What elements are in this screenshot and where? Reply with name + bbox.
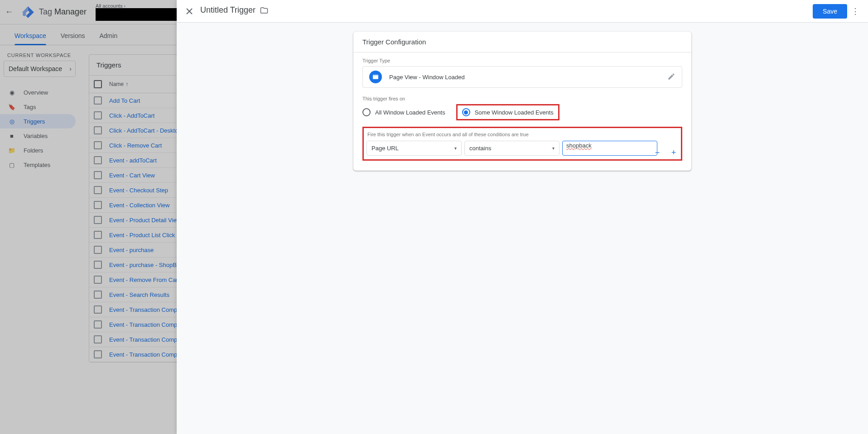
trigger-type-selector[interactable]: Page View - Window Loaded — [362, 66, 682, 88]
trigger-editor-panel: Untitled Trigger Save ⋮ Trigger Configur… — [177, 0, 868, 434]
more-menu-button[interactable]: ⋮ — [847, 3, 863, 19]
radio-all-events[interactable]: All Window Loaded Events — [362, 108, 445, 116]
radio-icon — [362, 108, 371, 116]
dropdown-icon: ▾ — [454, 146, 457, 151]
operator-dropdown[interactable]: contains▾ — [464, 141, 559, 156]
highlight-some-events: Some Window Loaded Events — [456, 104, 559, 120]
drawer-header: Untitled Trigger Save ⋮ — [177, 0, 868, 23]
card-title: Trigger Configuration — [353, 32, 691, 52]
fires-on-label: This trigger fires on — [362, 96, 682, 101]
value-input[interactable]: shopback — [562, 141, 657, 156]
conditions-label: Fire this trigger when an Event occurs a… — [367, 132, 678, 137]
window-loaded-icon — [369, 71, 382, 83]
folder-icon — [260, 6, 268, 14]
drawer-body: Trigger Configuration Trigger Type Page … — [177, 23, 868, 434]
radio-icon — [462, 108, 470, 116]
remove-condition-button[interactable]: − — [652, 148, 662, 157]
pencil-icon — [667, 72, 675, 81]
kebab-icon: ⋮ — [851, 6, 859, 16]
close-icon — [186, 8, 193, 15]
condition-row: Page URL▾ contains▾ shopback — [366, 141, 678, 156]
trigger-config-card: Trigger Configuration Trigger Type Page … — [353, 32, 691, 171]
trigger-name-input[interactable]: Untitled Trigger — [200, 5, 256, 17]
folder-button[interactable] — [260, 6, 268, 16]
fires-on-radios: All Window Loaded Events Some Window Loa… — [362, 104, 682, 120]
close-button[interactable] — [181, 3, 198, 19]
variable-dropdown[interactable]: Page URL▾ — [366, 141, 462, 156]
save-button[interactable]: Save — [813, 4, 847, 19]
radio-some-events[interactable]: Some Window Loaded Events — [462, 108, 554, 116]
dropdown-icon: ▾ — [552, 146, 555, 151]
add-condition-button[interactable]: + — [669, 148, 679, 157]
edit-type-button[interactable] — [667, 72, 675, 82]
highlight-conditions: Fire this trigger when an Event occurs a… — [362, 127, 682, 161]
svg-rect-6 — [373, 75, 378, 76]
trigger-type-name: Page View - Window Loaded — [389, 74, 465, 81]
type-label: Trigger Type — [362, 58, 682, 63]
